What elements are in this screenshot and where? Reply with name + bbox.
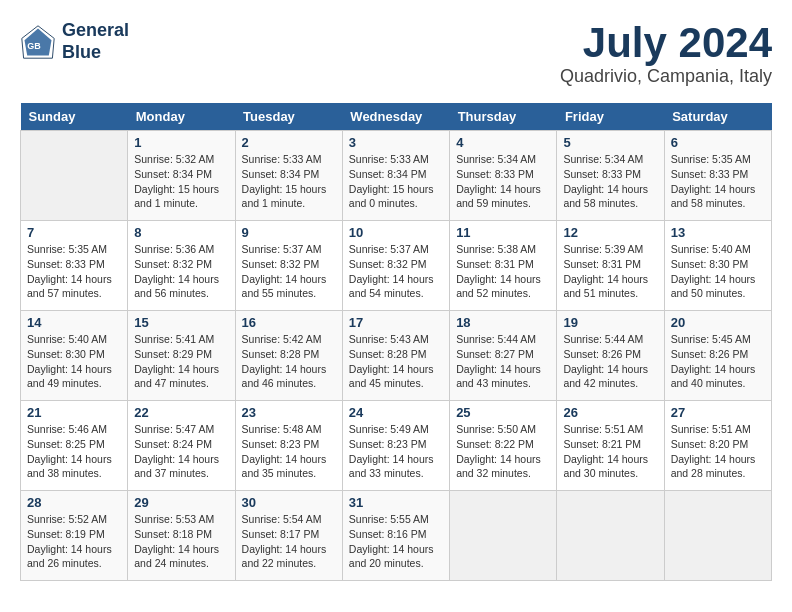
day-info: Sunrise: 5:34 AMSunset: 8:33 PMDaylight:…	[563, 152, 657, 211]
day-number: 11	[456, 225, 550, 240]
day-number: 3	[349, 135, 443, 150]
day-info: Sunrise: 5:47 AMSunset: 8:24 PMDaylight:…	[134, 422, 228, 481]
day-number: 19	[563, 315, 657, 330]
day-number: 13	[671, 225, 765, 240]
day-number: 1	[134, 135, 228, 150]
calendar-cell: 20Sunrise: 5:45 AMSunset: 8:26 PMDayligh…	[664, 311, 771, 401]
day-number: 18	[456, 315, 550, 330]
day-info: Sunrise: 5:53 AMSunset: 8:18 PMDaylight:…	[134, 512, 228, 571]
day-number: 20	[671, 315, 765, 330]
day-info: Sunrise: 5:44 AMSunset: 8:27 PMDaylight:…	[456, 332, 550, 391]
day-number: 28	[27, 495, 121, 510]
calendar-cell: 27Sunrise: 5:51 AMSunset: 8:20 PMDayligh…	[664, 401, 771, 491]
calendar-cell: 10Sunrise: 5:37 AMSunset: 8:32 PMDayligh…	[342, 221, 449, 311]
calendar-cell: 3Sunrise: 5:33 AMSunset: 8:34 PMDaylight…	[342, 131, 449, 221]
day-number: 16	[242, 315, 336, 330]
header-day-saturday: Saturday	[664, 103, 771, 131]
calendar-cell: 29Sunrise: 5:53 AMSunset: 8:18 PMDayligh…	[128, 491, 235, 581]
day-info: Sunrise: 5:55 AMSunset: 8:16 PMDaylight:…	[349, 512, 443, 571]
calendar-cell: 5Sunrise: 5:34 AMSunset: 8:33 PMDaylight…	[557, 131, 664, 221]
day-number: 14	[27, 315, 121, 330]
calendar-cell	[664, 491, 771, 581]
calendar-cell: 30Sunrise: 5:54 AMSunset: 8:17 PMDayligh…	[235, 491, 342, 581]
calendar-week-row: 14Sunrise: 5:40 AMSunset: 8:30 PMDayligh…	[21, 311, 772, 401]
day-number: 12	[563, 225, 657, 240]
day-info: Sunrise: 5:42 AMSunset: 8:28 PMDaylight:…	[242, 332, 336, 391]
logo-icon: GB	[20, 24, 56, 60]
day-number: 27	[671, 405, 765, 420]
day-number: 26	[563, 405, 657, 420]
page-header: GB General Blue July 2024 Quadrivio, Cam…	[20, 20, 772, 87]
day-number: 17	[349, 315, 443, 330]
header-day-friday: Friday	[557, 103, 664, 131]
calendar-cell	[557, 491, 664, 581]
calendar-cell: 31Sunrise: 5:55 AMSunset: 8:16 PMDayligh…	[342, 491, 449, 581]
day-info: Sunrise: 5:39 AMSunset: 8:31 PMDaylight:…	[563, 242, 657, 301]
month-title: July 2024	[560, 20, 772, 66]
calendar-cell: 16Sunrise: 5:42 AMSunset: 8:28 PMDayligh…	[235, 311, 342, 401]
day-info: Sunrise: 5:51 AMSunset: 8:20 PMDaylight:…	[671, 422, 765, 481]
day-info: Sunrise: 5:33 AMSunset: 8:34 PMDaylight:…	[349, 152, 443, 211]
day-number: 4	[456, 135, 550, 150]
day-info: Sunrise: 5:52 AMSunset: 8:19 PMDaylight:…	[27, 512, 121, 571]
day-info: Sunrise: 5:45 AMSunset: 8:26 PMDaylight:…	[671, 332, 765, 391]
calendar-cell: 19Sunrise: 5:44 AMSunset: 8:26 PMDayligh…	[557, 311, 664, 401]
day-info: Sunrise: 5:38 AMSunset: 8:31 PMDaylight:…	[456, 242, 550, 301]
calendar-week-row: 7Sunrise: 5:35 AMSunset: 8:33 PMDaylight…	[21, 221, 772, 311]
calendar-cell	[21, 131, 128, 221]
calendar-cell: 23Sunrise: 5:48 AMSunset: 8:23 PMDayligh…	[235, 401, 342, 491]
calendar-cell: 9Sunrise: 5:37 AMSunset: 8:32 PMDaylight…	[235, 221, 342, 311]
day-number: 2	[242, 135, 336, 150]
day-info: Sunrise: 5:33 AMSunset: 8:34 PMDaylight:…	[242, 152, 336, 211]
day-info: Sunrise: 5:37 AMSunset: 8:32 PMDaylight:…	[242, 242, 336, 301]
day-number: 30	[242, 495, 336, 510]
calendar-cell: 21Sunrise: 5:46 AMSunset: 8:25 PMDayligh…	[21, 401, 128, 491]
calendar-cell: 28Sunrise: 5:52 AMSunset: 8:19 PMDayligh…	[21, 491, 128, 581]
calendar-week-row: 1Sunrise: 5:32 AMSunset: 8:34 PMDaylight…	[21, 131, 772, 221]
header-day-sunday: Sunday	[21, 103, 128, 131]
day-info: Sunrise: 5:35 AMSunset: 8:33 PMDaylight:…	[671, 152, 765, 211]
calendar-cell: 11Sunrise: 5:38 AMSunset: 8:31 PMDayligh…	[450, 221, 557, 311]
day-info: Sunrise: 5:51 AMSunset: 8:21 PMDaylight:…	[563, 422, 657, 481]
day-info: Sunrise: 5:46 AMSunset: 8:25 PMDaylight:…	[27, 422, 121, 481]
calendar-cell: 8Sunrise: 5:36 AMSunset: 8:32 PMDaylight…	[128, 221, 235, 311]
calendar-cell: 18Sunrise: 5:44 AMSunset: 8:27 PMDayligh…	[450, 311, 557, 401]
day-number: 22	[134, 405, 228, 420]
calendar-cell: 14Sunrise: 5:40 AMSunset: 8:30 PMDayligh…	[21, 311, 128, 401]
calendar-week-row: 21Sunrise: 5:46 AMSunset: 8:25 PMDayligh…	[21, 401, 772, 491]
header-day-tuesday: Tuesday	[235, 103, 342, 131]
calendar-cell: 7Sunrise: 5:35 AMSunset: 8:33 PMDaylight…	[21, 221, 128, 311]
day-info: Sunrise: 5:41 AMSunset: 8:29 PMDaylight:…	[134, 332, 228, 391]
day-number: 25	[456, 405, 550, 420]
svg-text:GB: GB	[27, 41, 41, 51]
day-number: 6	[671, 135, 765, 150]
calendar-cell: 25Sunrise: 5:50 AMSunset: 8:22 PMDayligh…	[450, 401, 557, 491]
day-number: 31	[349, 495, 443, 510]
day-info: Sunrise: 5:48 AMSunset: 8:23 PMDaylight:…	[242, 422, 336, 481]
day-info: Sunrise: 5:37 AMSunset: 8:32 PMDaylight:…	[349, 242, 443, 301]
day-info: Sunrise: 5:34 AMSunset: 8:33 PMDaylight:…	[456, 152, 550, 211]
day-info: Sunrise: 5:44 AMSunset: 8:26 PMDaylight:…	[563, 332, 657, 391]
calendar-cell: 22Sunrise: 5:47 AMSunset: 8:24 PMDayligh…	[128, 401, 235, 491]
day-info: Sunrise: 5:32 AMSunset: 8:34 PMDaylight:…	[134, 152, 228, 211]
day-number: 8	[134, 225, 228, 240]
day-info: Sunrise: 5:43 AMSunset: 8:28 PMDaylight:…	[349, 332, 443, 391]
day-number: 10	[349, 225, 443, 240]
location-title: Quadrivio, Campania, Italy	[560, 66, 772, 87]
header-day-monday: Monday	[128, 103, 235, 131]
day-number: 24	[349, 405, 443, 420]
calendar-cell: 2Sunrise: 5:33 AMSunset: 8:34 PMDaylight…	[235, 131, 342, 221]
day-number: 21	[27, 405, 121, 420]
day-number: 7	[27, 225, 121, 240]
calendar-cell: 1Sunrise: 5:32 AMSunset: 8:34 PMDaylight…	[128, 131, 235, 221]
day-number: 15	[134, 315, 228, 330]
calendar-header-row: SundayMondayTuesdayWednesdayThursdayFrid…	[21, 103, 772, 131]
calendar-cell: 13Sunrise: 5:40 AMSunset: 8:30 PMDayligh…	[664, 221, 771, 311]
calendar-cell: 17Sunrise: 5:43 AMSunset: 8:28 PMDayligh…	[342, 311, 449, 401]
title-section: July 2024 Quadrivio, Campania, Italy	[560, 20, 772, 87]
day-number: 23	[242, 405, 336, 420]
header-day-wednesday: Wednesday	[342, 103, 449, 131]
day-number: 5	[563, 135, 657, 150]
logo: GB General Blue	[20, 20, 129, 63]
day-info: Sunrise: 5:40 AMSunset: 8:30 PMDaylight:…	[27, 332, 121, 391]
